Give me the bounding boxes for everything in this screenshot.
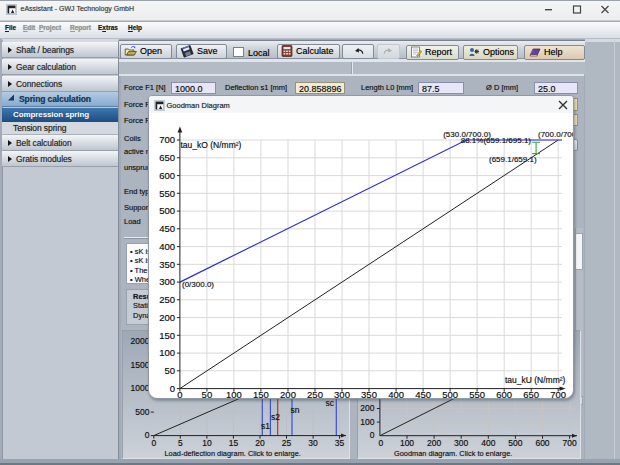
svg-text:500: 500: [135, 407, 149, 417]
svg-text:550: 550: [469, 389, 485, 399]
svg-text:700: 700: [563, 438, 577, 448]
svg-text:150: 150: [253, 389, 269, 399]
svg-text:15: 15: [229, 438, 239, 448]
svg-text:600: 600: [159, 170, 175, 181]
svg-text:50: 50: [202, 389, 213, 399]
svg-text:20: 20: [255, 438, 265, 448]
svg-text:300: 300: [454, 438, 468, 448]
svg-text:350: 350: [159, 259, 175, 270]
svg-text:sc: sc: [326, 398, 335, 408]
svg-text:2000: 2000: [131, 336, 150, 346]
svg-text:650: 650: [159, 152, 175, 163]
svg-text:35: 35: [335, 438, 345, 448]
svg-text:100: 100: [159, 347, 175, 358]
svg-text:100: 100: [226, 389, 242, 399]
svg-text:450: 450: [159, 223, 175, 234]
svg-text:700: 700: [550, 389, 566, 399]
svg-text:650: 650: [523, 389, 539, 399]
svg-text:700: 700: [159, 134, 175, 145]
svg-text:10: 10: [202, 438, 212, 448]
svg-text:200: 200: [427, 438, 441, 448]
svg-text:(0/300.0): (0/300.0): [182, 280, 214, 289]
svg-text:100: 100: [360, 417, 374, 427]
svg-text:0: 0: [370, 430, 375, 440]
svg-text:0: 0: [151, 438, 156, 448]
svg-text:0: 0: [177, 389, 182, 399]
svg-text:1000: 1000: [131, 383, 150, 393]
svg-text:400: 400: [159, 241, 175, 252]
svg-text:600: 600: [535, 438, 549, 448]
svg-text:400: 400: [388, 389, 404, 399]
svg-text:(700.0/700.0): (700.0/700.0): [538, 130, 573, 139]
svg-text:5: 5: [178, 438, 183, 448]
svg-text:(659.1/659.1): (659.1/659.1): [489, 155, 537, 164]
svg-text:1500: 1500: [131, 360, 150, 370]
svg-text:sn: sn: [291, 405, 300, 415]
svg-text:200: 200: [159, 312, 175, 323]
svg-text:500: 500: [159, 205, 175, 216]
svg-text:88.1%(659.1/695.1): 88.1%(659.1/695.1): [461, 136, 532, 145]
svg-text:550: 550: [159, 188, 175, 199]
svg-text:25: 25: [282, 438, 292, 448]
svg-text:300: 300: [159, 276, 175, 287]
svg-text:100: 100: [400, 438, 414, 448]
svg-text:tau_kO (N/mm²): tau_kO (N/mm²): [181, 140, 242, 150]
svg-text:450: 450: [415, 389, 431, 399]
svg-text:s2: s2: [271, 412, 280, 422]
svg-text:600: 600: [496, 389, 512, 399]
svg-text:200: 200: [280, 389, 296, 399]
svg-text:s1: s1: [261, 421, 270, 431]
svg-text:50: 50: [164, 365, 175, 376]
svg-text:250: 250: [159, 294, 175, 305]
svg-text:300: 300: [334, 389, 350, 399]
svg-text:30: 30: [308, 438, 318, 448]
svg-text:250: 250: [307, 389, 323, 399]
svg-text:0: 0: [379, 438, 384, 448]
svg-text:400: 400: [481, 438, 495, 448]
svg-text:350: 350: [361, 389, 377, 399]
svg-text:200: 200: [360, 403, 374, 413]
svg-text:0: 0: [145, 430, 150, 440]
svg-text:0: 0: [170, 383, 175, 394]
svg-text:tau_kU (N/mm²): tau_kU (N/mm²): [505, 375, 566, 385]
svg-text:500: 500: [442, 389, 458, 399]
svg-text:500: 500: [508, 438, 522, 448]
svg-text:150: 150: [159, 330, 175, 341]
